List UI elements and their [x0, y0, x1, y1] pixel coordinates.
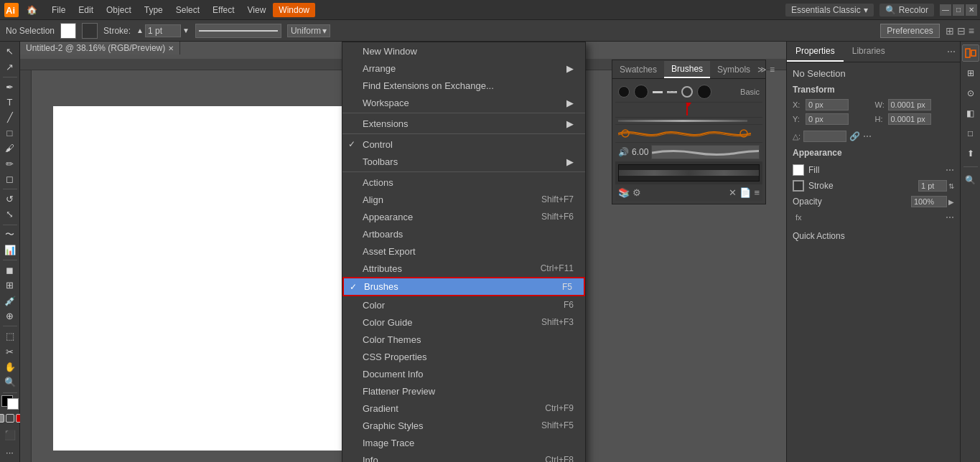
transform-icon-btn[interactable]: ⊙: [962, 85, 979, 102]
type-tool[interactable]: T: [1, 95, 19, 109]
more-tools-button[interactable]: ···: [1, 446, 19, 459]
menu-document-info[interactable]: Document Info: [342, 365, 585, 382]
stroke-down-icon[interactable]: ▼: [182, 27, 190, 34]
menu-align[interactable]: Align Shift+F7: [342, 191, 585, 208]
gradient-indicator[interactable]: [6, 414, 14, 423]
menu-artboards[interactable]: Artboards: [342, 225, 585, 242]
stroke-icon-btn[interactable]: □: [962, 125, 979, 142]
workspace-selector[interactable]: Essentials Classic ▾: [785, 4, 874, 16]
fill-indicator[interactable]: [0, 414, 4, 423]
menu-color-guide[interactable]: Color Guide Shift+F3: [342, 314, 585, 331]
menu-edit[interactable]: Edit: [73, 3, 99, 17]
pencil-tool[interactable]: ✏: [1, 156, 19, 170]
menu-window[interactable]: Window: [273, 3, 315, 17]
menu-flattener-preview[interactable]: Flattener Preview: [342, 382, 585, 400]
select-tool[interactable]: ↖: [1, 44, 19, 58]
menu-css-properties[interactable]: CSS Properties: [342, 348, 585, 365]
fg-bg-color[interactable]: [1, 395, 19, 409]
search-icon-btn[interactable]: 🔍: [962, 171, 979, 189]
menu-extensions[interactable]: Extensions ▶: [342, 115, 585, 132]
uniform-dropdown[interactable]: Uniform ▾: [287, 24, 330, 37]
menu-gradient[interactable]: Gradient Ctrl+F9: [342, 400, 585, 417]
change-screen-mode[interactable]: ⬛: [1, 427, 19, 444]
h-input[interactable]: [888, 113, 931, 125]
background-swatch[interactable]: [7, 398, 19, 410]
transform-more-icon[interactable]: ⋯: [863, 131, 872, 141]
menu-type[interactable]: Type: [139, 3, 169, 17]
menu-info[interactable]: Info Ctrl+F8: [342, 451, 585, 462]
menu-icon[interactable]: ≡: [969, 25, 974, 37]
align-icon-btn[interactable]: ⊞: [962, 65, 979, 82]
fill-swatch[interactable]: [793, 164, 804, 176]
angle-input[interactable]: [803, 131, 846, 142]
minimize-button[interactable]: —: [940, 4, 951, 16]
menu-new-window[interactable]: New Window: [342, 42, 585, 60]
rect-tool[interactable]: □: [1, 126, 19, 140]
screen-mode-icon[interactable]: ⬛: [1, 427, 19, 444]
fx-button[interactable]: fx: [793, 212, 805, 223]
menu-control[interactable]: Control: [342, 136, 585, 153]
scale-tool[interactable]: ⤡: [1, 207, 19, 221]
stroke-profile-display[interactable]: [195, 24, 281, 38]
slice-tool[interactable]: ✂: [1, 345, 19, 359]
warp-tool[interactable]: 〜: [1, 227, 19, 241]
menu-appearance[interactable]: Appearance Shift+F6: [342, 208, 585, 225]
menu-effect[interactable]: Effect: [207, 3, 240, 17]
stroke-swatch[interactable]: [793, 180, 804, 192]
properties-tab[interactable]: Properties: [787, 42, 844, 62]
menu-color-themes[interactable]: Color Themes: [342, 331, 585, 348]
grid-icon[interactable]: ⊞: [946, 25, 954, 37]
menu-color[interactable]: Color F6: [342, 296, 585, 314]
artboard-tool[interactable]: ⬚: [1, 329, 19, 343]
gradient-tool[interactable]: ◼: [1, 263, 19, 277]
menu-image-trace[interactable]: Image Trace: [342, 434, 585, 451]
graph-tool[interactable]: 📊: [1, 243, 19, 257]
pathfinder-icon-btn[interactable]: ◧: [962, 105, 979, 122]
menu-brushes[interactable]: Brushes F5: [342, 277, 585, 296]
x-input[interactable]: [806, 99, 849, 110]
y-input[interactable]: [806, 113, 849, 125]
appearance-more-icon[interactable]: ⋯: [946, 212, 954, 222]
stroke-value-right[interactable]: [918, 180, 947, 192]
dropdown-overlay[interactable]: New Window Arrange ▶ Find Extensions on …: [20, 42, 786, 462]
menu-select[interactable]: Select: [170, 3, 205, 17]
direct-select-tool[interactable]: ↗: [1, 60, 19, 73]
menu-workspace[interactable]: Workspace ▶: [342, 94, 585, 111]
pen-tool[interactable]: ✒: [1, 80, 19, 94]
fill-color-swatch[interactable]: [60, 23, 76, 39]
recolor-button[interactable]: 🔍 Recolor: [879, 4, 934, 16]
menu-object[interactable]: Object: [101, 3, 137, 17]
mesh-tool[interactable]: ⊞: [1, 278, 19, 292]
menu-view[interactable]: View: [242, 3, 272, 17]
menu-file[interactable]: File: [46, 3, 71, 17]
menu-graphic-styles[interactable]: Graphic Styles Shift+F5: [342, 417, 585, 434]
close-button[interactable]: ✕: [966, 4, 977, 16]
menu-arrange[interactable]: Arrange ▶: [342, 60, 585, 77]
home-icon[interactable]: 🏠: [23, 1, 40, 19]
stroke-arrows-icon[interactable]: ⇅: [948, 182, 954, 190]
menu-actions[interactable]: Actions: [342, 174, 585, 191]
blend-tool[interactable]: ⊕: [1, 309, 19, 323]
menu-toolbars[interactable]: Toolbars ▶: [342, 153, 585, 170]
stroke-color-swatch[interactable]: [82, 23, 98, 39]
properties-icon-btn[interactable]: [962, 44, 979, 62]
maximize-button[interactable]: □: [953, 4, 964, 16]
libraries-tab[interactable]: Libraries: [844, 42, 894, 62]
preferences-button[interactable]: Preferences: [880, 24, 940, 38]
fill-more-icon[interactable]: ⋯: [946, 165, 954, 175]
menu-asset-export[interactable]: Asset Export: [342, 242, 585, 260]
rotate-tool[interactable]: ↺: [1, 192, 19, 206]
export-icon-btn[interactable]: ⬆: [962, 145, 979, 162]
eraser-tool[interactable]: ◻: [1, 172, 19, 186]
panel-more-icon[interactable]: ⋯: [947, 47, 956, 57]
w-input[interactable]: [888, 99, 931, 110]
line-tool[interactable]: ╱: [1, 110, 19, 124]
stroke-up-icon[interactable]: ▲: [136, 27, 144, 34]
paintbrush-tool[interactable]: 🖌: [1, 141, 19, 155]
menu-attributes[interactable]: Attributes Ctrl+F11: [342, 260, 585, 277]
stroke-value-input[interactable]: [145, 24, 181, 37]
zoom-tool[interactable]: 🔍: [1, 375, 19, 389]
hand-tool[interactable]: ✋: [1, 360, 19, 374]
align-icon[interactable]: ⊟: [957, 25, 966, 37]
eyedropper-tool[interactable]: 💉: [1, 294, 19, 308]
